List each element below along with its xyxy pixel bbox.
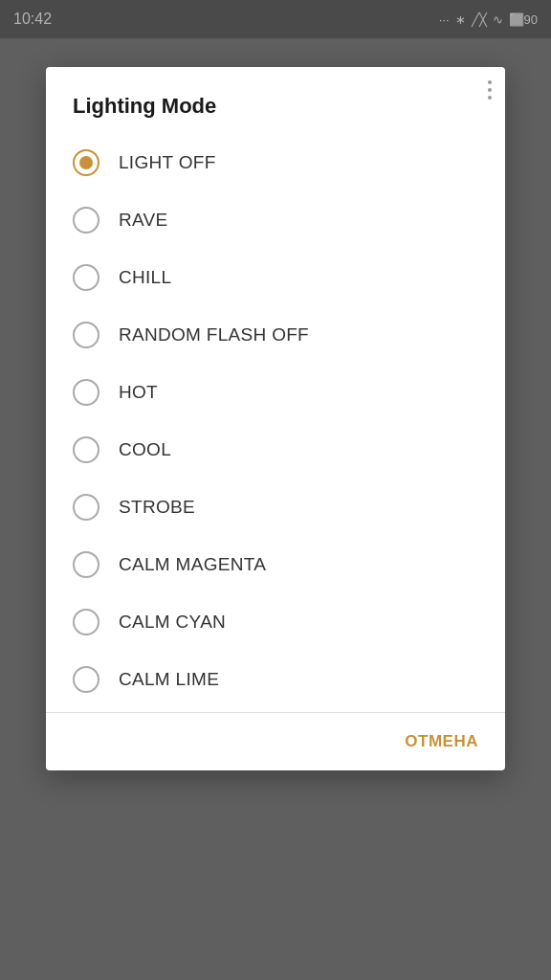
radio-label-chill: CHILL bbox=[119, 267, 171, 288]
dialog-footer: ОТМЕНА bbox=[46, 713, 505, 770]
radio-label-calm-cyan: CALM CYAN bbox=[119, 612, 226, 633]
radio-option-random-flash-off[interactable]: RANDOM FLASH OFF bbox=[65, 306, 486, 364]
radio-circle-light-off bbox=[73, 149, 99, 176]
radio-option-rave[interactable]: RAVE bbox=[65, 191, 486, 249]
radio-option-chill[interactable]: CHILL bbox=[65, 249, 486, 306]
radio-option-hot[interactable]: HOT bbox=[65, 364, 486, 421]
dialog-options: LIGHT OFFRAVECHILLRANDOM FLASH OFFHOTCOO… bbox=[46, 134, 505, 708]
lighting-mode-dialog: Lighting Mode LIGHT OFFRAVECHILLRANDOM F… bbox=[46, 67, 505, 770]
radio-label-calm-magenta: CALM MAGENTA bbox=[119, 554, 266, 575]
radio-circle-hot bbox=[73, 379, 99, 406]
radio-option-calm-magenta[interactable]: CALM MAGENTA bbox=[65, 536, 486, 593]
radio-option-strobe[interactable]: STROBE bbox=[65, 479, 486, 536]
radio-option-calm-lime[interactable]: CALM LIME bbox=[65, 651, 486, 708]
radio-label-calm-lime: CALM LIME bbox=[119, 669, 219, 690]
radio-circle-calm-lime bbox=[73, 666, 99, 693]
radio-label-light-off: LIGHT OFF bbox=[119, 152, 216, 173]
radio-circle-chill bbox=[73, 264, 99, 291]
dot2 bbox=[488, 88, 492, 92]
dot3 bbox=[488, 96, 492, 100]
radio-circle-rave bbox=[73, 207, 99, 234]
radio-label-rave: RAVE bbox=[119, 210, 168, 231]
dialog-menu-icon[interactable] bbox=[484, 77, 496, 103]
radio-circle-calm-magenta bbox=[73, 551, 99, 578]
radio-option-cool[interactable]: COOL bbox=[65, 421, 486, 479]
radio-option-light-off[interactable]: LIGHT OFF bbox=[65, 134, 486, 191]
radio-label-cool: COOL bbox=[119, 439, 171, 460]
radio-circle-random-flash-off bbox=[73, 322, 99, 348]
radio-option-calm-cyan[interactable]: CALM CYAN bbox=[65, 593, 486, 651]
radio-circle-cool bbox=[73, 436, 99, 463]
radio-circle-calm-cyan bbox=[73, 609, 99, 635]
radio-label-strobe: STROBE bbox=[119, 497, 195, 518]
dialog-overlay: Lighting Mode LIGHT OFFRAVECHILLRANDOM F… bbox=[0, 0, 551, 980]
dialog-title: Lighting Mode bbox=[46, 67, 505, 134]
radio-label-random-flash-off: RANDOM FLASH OFF bbox=[119, 324, 309, 345]
cancel-button[interactable]: ОТМЕНА bbox=[401, 726, 482, 757]
dot1 bbox=[488, 80, 492, 84]
radio-circle-strobe bbox=[73, 494, 99, 521]
radio-label-hot: HOT bbox=[119, 382, 158, 403]
